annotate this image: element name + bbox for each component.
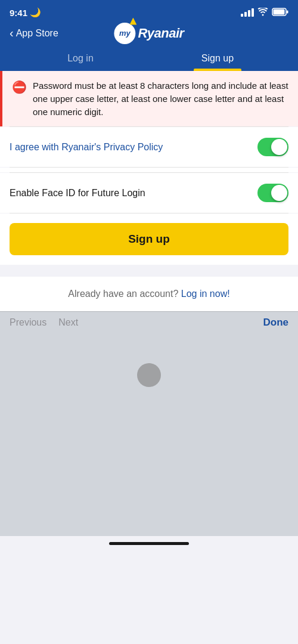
tab-login[interactable]: Log in (12, 47, 149, 71)
keyboard-previous-button[interactable]: Previous (10, 317, 46, 328)
home-bar (109, 542, 189, 545)
logo-my-text: my (119, 29, 131, 38)
logo-ryanair-text: Ryanair (138, 26, 184, 41)
moon-icon: 🌙 (30, 7, 41, 18)
status-right (241, 8, 288, 18)
tabs-bar: Log in Sign up (0, 47, 298, 71)
privacy-policy-row: I agree with Ryanair's Privacy Policy (0, 127, 298, 167)
signal-icon (241, 8, 254, 17)
privacy-policy-label[interactable]: I agree with Ryanair's Privacy Policy (10, 142, 163, 153)
status-bar: 9:41 🌙 (0, 0, 298, 21)
keyboard-next-button[interactable]: Next (58, 317, 78, 328)
spacer (0, 168, 298, 172)
drag-handle (137, 363, 161, 387)
wifi-icon (257, 8, 268, 18)
ryanair-logo: my Ryanair (114, 23, 184, 44)
signup-button[interactable]: Sign up (10, 223, 288, 255)
app-store-back[interactable]: ‹ App Store (10, 26, 58, 40)
face-id-row: Enable Face ID for Future Login (0, 173, 298, 213)
separator-area (0, 265, 298, 277)
error-icon: ⛔ (12, 80, 27, 94)
tab-signup[interactable]: Sign up (149, 47, 286, 71)
already-account-row: Already have an account? Log in now! (0, 277, 298, 311)
logo-my-circle: my (114, 23, 135, 44)
home-indicator (0, 536, 298, 553)
already-account-text: Already have an account? (68, 289, 178, 299)
face-id-label: Enable Face ID for Future Login (10, 188, 145, 199)
error-banner: ⛔ Password must be at least 8 characters… (0, 71, 298, 126)
login-now-link[interactable]: Log in now! (181, 289, 230, 299)
keyboard-area (0, 333, 298, 536)
face-id-toggle[interactable] (257, 184, 288, 202)
nav-bar: ‹ App Store my Ryanair (0, 21, 298, 47)
signup-btn-container: Sign up (0, 213, 298, 265)
app-store-label: App Store (16, 28, 58, 39)
error-text: Password must be at least 8 characters l… (33, 79, 288, 118)
status-left: 9:41 🌙 (10, 7, 41, 18)
svg-rect-1 (274, 9, 285, 14)
keyboard-toolbar: Previous Next Done (0, 311, 298, 333)
kb-nav: Previous Next (10, 317, 78, 328)
svg-rect-2 (287, 10, 288, 13)
battery-icon (272, 8, 288, 18)
keyboard-done-button[interactable]: Done (263, 317, 289, 329)
back-chevron-icon: ‹ (10, 26, 14, 40)
privacy-policy-toggle[interactable] (257, 138, 288, 156)
time: 9:41 (10, 8, 27, 18)
